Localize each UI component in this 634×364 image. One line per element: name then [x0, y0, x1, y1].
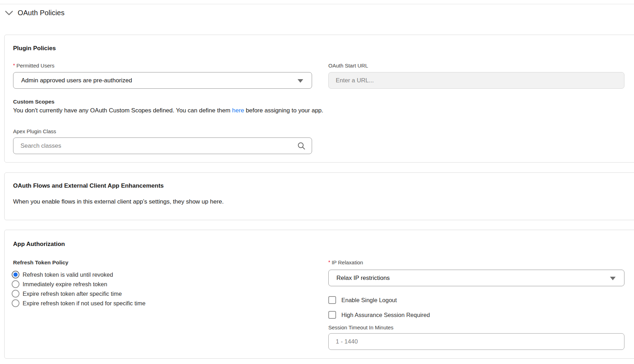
refresh-token-policy-label: Refresh Token Policy: [13, 259, 68, 266]
custom-scopes-label: Custom Scopes: [13, 99, 54, 105]
checkbox-label: High Assurance Session Required: [341, 312, 430, 318]
enable-single-logout-checkbox-row[interactable]: Enable Single Logout: [328, 296, 397, 304]
plugin-policies-card: Plugin Policies * Permitted Users Admin …: [4, 35, 634, 163]
radio-option-label: Expire refresh token if not used for spe…: [23, 300, 146, 307]
radio-option-label: Immediately expire refresh token: [23, 281, 107, 288]
top-divider: [0, 4, 634, 4]
radio-option-immediately-expire[interactable]: Immediately expire refresh token: [12, 280, 146, 288]
radio-unselected-icon: [12, 299, 19, 307]
triangle-down-icon: [298, 79, 303, 83]
oauth-flows-description: When you enable flows in this external c…: [13, 198, 224, 205]
ip-relaxation-value: Relax IP restrictions: [336, 275, 390, 282]
radio-option-expire-if-unused[interactable]: Expire refresh token if not used for spe…: [12, 299, 146, 307]
high-assurance-session-checkbox-row[interactable]: High Assurance Session Required: [328, 311, 430, 319]
custom-scopes-here-link[interactable]: here: [232, 107, 244, 114]
oauth-flows-title: OAuth Flows and External Client App Enha…: [13, 182, 164, 189]
permitted-users-label: * Permitted Users: [13, 63, 54, 69]
radio-option-valid-until-revoked[interactable]: Refresh token is valid until revoked: [12, 271, 146, 278]
session-timeout-label: Session Timeout In Minutes: [328, 324, 393, 330]
checkbox-unchecked-icon: [328, 311, 336, 319]
required-asterisk: *: [328, 259, 330, 265]
checkbox-label: Enable Single Logout: [341, 297, 397, 304]
apex-class-search: [13, 137, 312, 154]
oauth-start-url-label: OAuth Start URL: [328, 63, 368, 69]
plugin-policies-title: Plugin Policies: [13, 45, 56, 52]
permitted-users-combobox[interactable]: Admin approved users are pre-authorized: [13, 72, 312, 89]
oauth-start-url-input[interactable]: [328, 72, 624, 89]
checkbox-unchecked-icon: [328, 296, 336, 304]
ip-relaxation-label: * IP Relaxation: [328, 259, 363, 265]
radio-unselected-icon: [12, 290, 19, 298]
radio-option-label: Refresh token is valid until revoked: [23, 271, 113, 278]
refresh-token-policy-radio-group: Refresh token is valid until revoked Imm…: [12, 271, 146, 307]
required-asterisk: *: [13, 63, 15, 69]
triangle-down-icon: [610, 277, 616, 280]
permitted-users-value: Admin approved users are pre-authorized: [21, 77, 132, 84]
radio-option-label: Expire refresh token after specific time: [23, 290, 122, 297]
session-timeout-input[interactable]: [328, 333, 624, 350]
app-authorization-card: App Authorization Refresh Token Policy R…: [4, 230, 634, 359]
apex-class-search-input[interactable]: [13, 137, 312, 154]
app-authorization-title: App Authorization: [13, 241, 65, 248]
apex-plugin-class-label: Apex Plugin Class: [13, 128, 56, 134]
oauth-policies-section-header[interactable]: OAuth Policies: [5, 9, 65, 17]
custom-scopes-text: You don't currently have any OAuth Custo…: [13, 107, 323, 114]
oauth-flows-card: OAuth Flows and External Client App Enha…: [4, 172, 634, 220]
section-title: OAuth Policies: [18, 9, 65, 17]
chevron-down-icon[interactable]: [5, 11, 13, 16]
radio-unselected-icon: [12, 280, 19, 288]
ip-relaxation-combobox[interactable]: Relax IP restrictions: [328, 270, 624, 286]
radio-option-expire-after-time[interactable]: Expire refresh token after specific time: [12, 290, 146, 298]
radio-selected-icon: [12, 271, 19, 278]
